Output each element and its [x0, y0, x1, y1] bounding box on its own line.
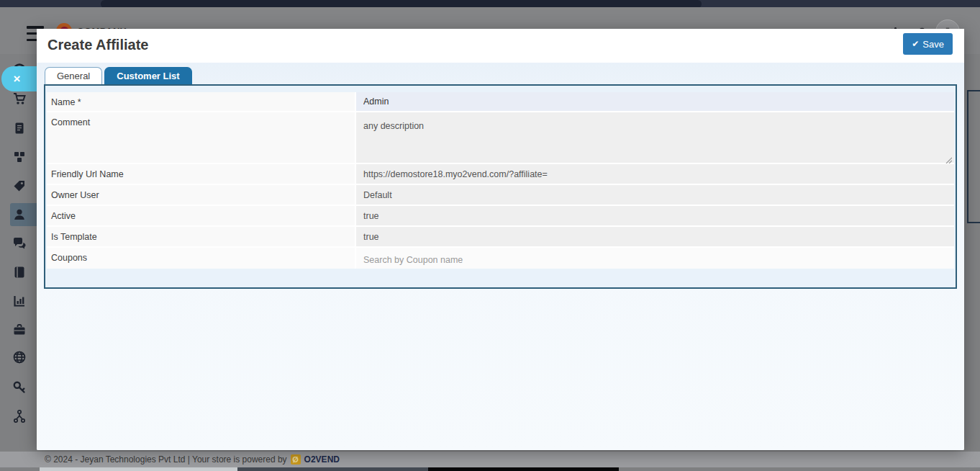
sidebar-item-customers[interactable] — [0, 204, 39, 225]
orders-cart-icon — [12, 91, 27, 106]
sidebar-item-reports[interactable] — [0, 290, 39, 312]
customers-icon — [12, 207, 27, 222]
comment-label: Comment — [47, 112, 355, 163]
is-template-select[interactable] — [356, 227, 954, 246]
resize-handle-icon[interactable] — [945, 153, 952, 161]
comment-field-cell: any description — [355, 112, 954, 163]
footer: © 2024 - Jeyan Technologies Pvt Ltd | Yo… — [0, 452, 980, 467]
sidebar-item-catalog[interactable] — [0, 261, 39, 283]
form-row-friendly-url: Friendly Url Name — [47, 164, 954, 185]
name-label: Name * — [47, 92, 355, 111]
form-row-is-template: Is Template — [47, 227, 954, 248]
comment-textarea[interactable]: any description — [356, 112, 954, 163]
tags-icon — [12, 179, 27, 193]
coupons-label: Coupons — [47, 248, 355, 269]
form-row-active: Active — [47, 206, 954, 227]
active-select[interactable] — [356, 206, 954, 225]
friendly-url-field-cell — [355, 164, 954, 184]
sidebar-nav — [0, 54, 39, 467]
form-row-owner-user: Owner User — [47, 185, 954, 206]
form-panel: Name * Comment any description — [44, 84, 957, 289]
check-icon: ✔ — [912, 39, 919, 49]
active-label: Active — [47, 206, 355, 225]
friendly-url-label: Friendly Url Name — [47, 164, 355, 184]
reports-icon — [12, 294, 27, 308]
products-icon — [12, 150, 27, 164]
footer-copyright: © 2024 - Jeyan Technologies Pvt Ltd | Yo… — [45, 454, 287, 465]
taskbar-segment-black — [428, 467, 619, 471]
is-template-field-cell — [355, 227, 954, 246]
browser-topbar — [0, 0, 980, 7]
modal-titlebar: Create Affiliate ✔ Save — [37, 29, 964, 63]
screen: COMPANY Back Office — [0, 0, 980, 471]
security-key-icon — [12, 380, 27, 395]
owner-user-field-cell — [355, 185, 954, 205]
name-input[interactable] — [356, 92, 954, 111]
modal-title: Create Affiliate — [47, 37, 148, 53]
o2vend-logo-icon: Ø — [291, 454, 301, 465]
sidebar-item-products[interactable] — [0, 146, 39, 168]
website-icon — [12, 350, 27, 364]
tab-bar: General Customer List — [45, 67, 192, 84]
sidebar-item-chat[interactable] — [0, 233, 39, 254]
form-row-coupons: Coupons — [47, 248, 954, 269]
create-affiliate-modal: Create Affiliate ✔ Save General Customer… — [37, 29, 964, 450]
sidebar-item-integrations[interactable] — [0, 405, 39, 427]
sidebar-item-security[interactable] — [0, 377, 39, 398]
friendly-url-input[interactable] — [356, 164, 954, 184]
sidebar-item-apps[interactable] — [0, 319, 39, 341]
active-field-cell — [355, 206, 954, 225]
background-panel-edge — [967, 90, 980, 223]
form-row-name: Name * — [47, 92, 954, 112]
tab-general[interactable]: General — [45, 67, 102, 84]
sidebar-item-invoices[interactable] — [0, 117, 39, 139]
modal-body: General Customer List Name * Comment any — [37, 63, 964, 450]
close-icon: × — [14, 73, 21, 85]
owner-user-label: Owner User — [47, 185, 355, 205]
o2vend-brand-link[interactable]: O2VEND — [304, 454, 340, 465]
form-row-comment: Comment any description — [47, 112, 954, 164]
is-template-label: Is Template — [47, 227, 355, 246]
tab-customer-list[interactable]: Customer List — [104, 67, 191, 84]
save-button-label: Save — [922, 39, 944, 50]
sidebar-item-tags[interactable] — [0, 175, 39, 197]
coupon-search-input[interactable] — [356, 249, 954, 270]
owner-user-select[interactable] — [356, 185, 954, 205]
taskbar-segment-slate — [237, 467, 428, 471]
invoices-icon — [12, 121, 27, 135]
taskbar-segment-light — [40, 467, 237, 471]
notification-close-button[interactable]: × — [1, 66, 37, 91]
sidebar-item-website[interactable] — [0, 346, 39, 368]
catalog-icon — [12, 265, 27, 279]
apps-icon — [12, 323, 27, 337]
chat-icon — [12, 236, 27, 251]
form-table: Name * Comment any description — [47, 92, 954, 269]
save-button[interactable]: ✔ Save — [903, 33, 953, 55]
name-field-cell — [355, 92, 954, 111]
coupons-field-cell — [355, 248, 954, 269]
integrations-branch-icon — [12, 409, 27, 423]
